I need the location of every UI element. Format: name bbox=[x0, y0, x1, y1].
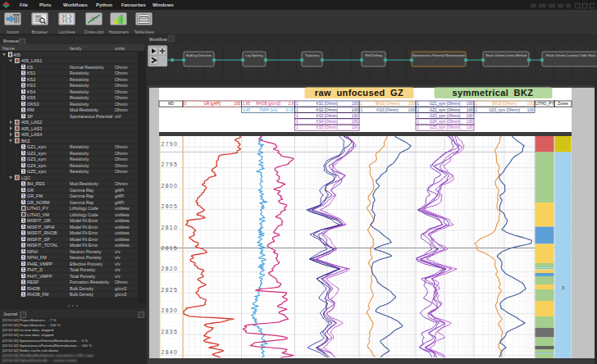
svg-text:BH_RES: BH_RES bbox=[27, 181, 45, 186]
svg-text:S: S bbox=[22, 157, 25, 162]
svg-text:KS5 [Ohmm]: KS5 [Ohmm] bbox=[317, 125, 338, 130]
svg-text:S: S bbox=[22, 188, 25, 192]
svg-text:Resistivity: Resistivity bbox=[70, 77, 89, 82]
svg-text:2.8: 2.8 bbox=[289, 102, 294, 106]
svg-text:2815: 2815 bbox=[162, 245, 179, 251]
svg-text:RM: RM bbox=[27, 107, 34, 112]
svg-text:Ohmm: Ohmm bbox=[115, 107, 128, 112]
svg-text:1.95: 1.95 bbox=[243, 102, 250, 106]
svg-text:Shale Volume Linear Method: Shale Volume Linear Method bbox=[485, 53, 526, 57]
svg-text:1: 1 bbox=[417, 108, 420, 112]
svg-text:100: 100 bbox=[467, 120, 473, 124]
svg-text:unitless: unitless bbox=[115, 237, 130, 242]
svg-text:GZ1_sym [Ohmm]: GZ1_sym [Ohmm] bbox=[430, 102, 461, 106]
svg-text:405_LAS4: 405_LAS4 bbox=[21, 132, 42, 137]
svg-text:Log Splitting: Log Splitting bbox=[245, 53, 262, 57]
svg-text:Resistivity: Resistivity bbox=[70, 151, 89, 156]
svg-text:Resistivity: Resistivity bbox=[70, 157, 89, 162]
svg-text:GR_FM: GR_FM bbox=[27, 193, 43, 198]
svg-text:v/v: v/v bbox=[115, 255, 121, 260]
svg-text:GZ5_sym: GZ5_sym bbox=[27, 169, 47, 174]
svg-text:S: S bbox=[22, 200, 25, 204]
svg-text:GR [gAPI]: GR [gAPI] bbox=[203, 102, 221, 106]
svg-text:1: 1 bbox=[476, 102, 478, 106]
svg-text:100: 100 bbox=[467, 102, 473, 106]
svg-text:405: 405 bbox=[13, 52, 21, 57]
svg-text:KS5: KS5 bbox=[27, 95, 35, 100]
svg-text:Neutron Porosity: Neutron Porosity bbox=[70, 255, 102, 260]
svg-text:Total Porosity: Total Porosity bbox=[70, 267, 96, 272]
svg-text:100: 100 bbox=[408, 102, 415, 106]
svg-text:2830: 2830 bbox=[162, 307, 179, 313]
svg-text:S: S bbox=[22, 151, 25, 155]
svg-text:S: S bbox=[22, 71, 25, 75]
svg-text:Ohmm: Ohmm bbox=[115, 102, 128, 107]
svg-text:0.45: 0.45 bbox=[243, 108, 250, 112]
svg-text:S: S bbox=[22, 231, 25, 235]
svg-text:unitless: unitless bbox=[115, 206, 130, 211]
svg-text:100: 100 bbox=[352, 125, 358, 130]
svg-text:Total Porosity: Total Porosity bbox=[70, 274, 96, 279]
svg-text:S: S bbox=[22, 170, 25, 174]
svg-text:Ohmm: Ohmm bbox=[115, 181, 128, 186]
svg-text:Ohmm: Ohmm bbox=[115, 95, 128, 100]
svg-text:GZ1_sym: GZ1_sym bbox=[27, 144, 47, 149]
svg-text:LITHO_PY: LITHO_PY bbox=[535, 102, 554, 106]
svg-text:S: S bbox=[22, 194, 25, 198]
svg-text:1: 1 bbox=[361, 102, 363, 106]
svg-text:100: 100 bbox=[527, 102, 534, 106]
svg-text:MISFIT_SP: MISFIT_SP bbox=[27, 237, 50, 242]
svg-text:unitless: unitless bbox=[115, 243, 130, 248]
svg-text:S: S bbox=[22, 268, 25, 272]
svg-text:unitless: unitless bbox=[115, 225, 130, 230]
svg-text:GZ4_sym: GZ4_sym bbox=[27, 163, 47, 168]
svg-text:Ohmm: Ohmm bbox=[115, 144, 128, 149]
svg-text:Gamma Ray: Gamma Ray bbox=[70, 188, 94, 193]
svg-text:Trajectory: Trajectory bbox=[305, 53, 319, 57]
svg-text:NPHI: NPHI bbox=[27, 249, 38, 254]
svg-text:100: 100 bbox=[234, 102, 240, 106]
svg-text:unitless: unitless bbox=[115, 230, 130, 235]
svg-text:Ohmm: Ohmm bbox=[115, 157, 128, 162]
svg-text:Well Drifting: Well Drifting bbox=[365, 53, 382, 57]
svg-text:1: 1 bbox=[417, 114, 420, 118]
svg-text:Ohmm: Ohmm bbox=[115, 83, 128, 88]
svg-text:KS1 [Ohmm]: KS1 [Ohmm] bbox=[317, 102, 338, 106]
svg-text:S: S bbox=[22, 65, 25, 69]
svg-text:S: S bbox=[22, 114, 25, 118]
svg-text:PHIT_D: PHIT_D bbox=[27, 267, 43, 272]
svg-text:-0.15: -0.15 bbox=[285, 108, 294, 112]
svg-text:S: S bbox=[22, 84, 25, 88]
svg-text:405_LAS1: 405_LAS1 bbox=[21, 58, 42, 63]
svg-text:405_LAS2: 405_LAS2 bbox=[21, 120, 42, 125]
svg-text:S: S bbox=[22, 286, 25, 290]
svg-text:Spontaneous Potential: Spontaneous Potential bbox=[70, 114, 112, 119]
svg-text:S: S bbox=[22, 256, 25, 260]
svg-text:Model Fit Error: Model Fit Error bbox=[70, 218, 98, 223]
svg-text:Ohmm: Ohmm bbox=[115, 163, 128, 168]
svg-text:Lithology Code: Lithology Code bbox=[70, 212, 98, 217]
svg-text:GZ3_sym [Ohmm]: GZ3_sym [Ohmm] bbox=[489, 108, 520, 112]
svg-text:Model Fit Error: Model Fit Error bbox=[70, 225, 98, 230]
svg-text:Resistivity: Resistivity bbox=[70, 169, 89, 174]
svg-text:Model Fit Error: Model Fit Error bbox=[70, 237, 98, 242]
svg-text:RHOB: RHOB bbox=[27, 286, 40, 291]
svg-text:LQC: LQC bbox=[21, 175, 30, 180]
svg-text:2805: 2805 bbox=[162, 203, 179, 209]
svg-text:Zones: Zones bbox=[558, 102, 568, 106]
svg-text:100: 100 bbox=[467, 114, 473, 118]
svg-text:S: S bbox=[22, 274, 25, 278]
svg-text:Ohmm: Ohmm bbox=[115, 77, 128, 82]
svg-text:100: 100 bbox=[352, 114, 358, 118]
svg-text:gAPI: gAPI bbox=[115, 193, 124, 198]
svg-text:Normal Resistivity: Normal Resistivity bbox=[70, 65, 104, 70]
svg-text:100: 100 bbox=[352, 108, 358, 112]
svg-text:KS4 [Ohmm]: KS4 [Ohmm] bbox=[317, 120, 338, 124]
svg-text:2825: 2825 bbox=[162, 287, 179, 293]
svg-text:mV: mV bbox=[115, 114, 121, 119]
svg-text:SP: SP bbox=[27, 114, 34, 119]
svg-text:MISFIT_RHOB: MISFIT_RHOB bbox=[27, 230, 57, 235]
svg-text:1: 1 bbox=[296, 125, 298, 130]
svg-text:Gamma Ray: Gamma Ray bbox=[70, 193, 94, 198]
svg-text:OKS3: OKS3 bbox=[27, 102, 39, 107]
